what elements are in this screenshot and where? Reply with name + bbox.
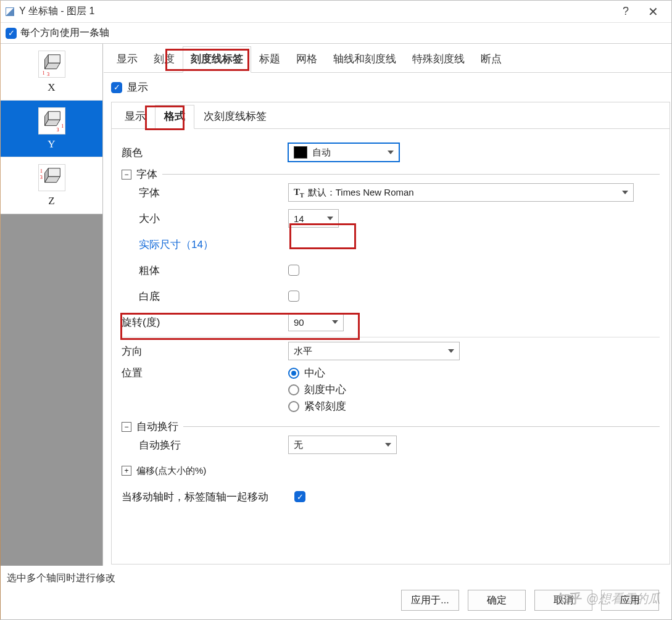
- use-one-axis-label: 每个方向使用一条轴: [20, 27, 109, 39]
- tab-grid[interactable]: 网格: [288, 46, 325, 73]
- use-one-axis-checkbox[interactable]: [6, 28, 17, 39]
- close-button[interactable]: ✕: [639, 2, 666, 21]
- app-icon: [6, 7, 14, 16]
- radio-icon: [288, 368, 299, 379]
- direction-label: 方向: [122, 344, 288, 358]
- color-swatch: [294, 146, 307, 159]
- color-select[interactable]: 自动: [288, 143, 399, 162]
- svg-marker-2: [48, 54, 60, 62]
- tab-scale[interactable]: 刻度: [146, 46, 183, 73]
- decorative-strip: [0, 1, 1, 619]
- ok-button[interactable]: 确定: [468, 590, 526, 611]
- chevron-down-icon: [385, 443, 391, 447]
- size-combo[interactable]: 14: [288, 209, 339, 228]
- use-one-axis-row: 每个方向使用一条轴: [1, 23, 671, 43]
- help-button[interactable]: ?: [612, 2, 639, 21]
- tab-show[interactable]: 显示: [109, 46, 146, 73]
- svg-text:3: 3: [56, 127, 59, 133]
- axis-thumb-y: 31: [38, 107, 65, 134]
- svg-text:1: 1: [61, 123, 64, 129]
- collapse-wrap-group[interactable]: −: [122, 422, 131, 432]
- rotate-label: 旋转(度): [122, 315, 288, 329]
- inner-tabs: 显示 格式 次刻度线标签: [112, 102, 670, 129]
- chevron-down-icon: [448, 349, 454, 353]
- inner-panel: 显示 格式 次刻度线标签 颜色 自动: [111, 102, 670, 564]
- axis-item-z[interactable]: 13 Z: [1, 157, 102, 214]
- wrap-group-label: 自动换行: [136, 420, 178, 434]
- divider: [162, 174, 660, 175]
- chevron-down-icon: [332, 320, 338, 324]
- cancel-button[interactable]: 取消: [534, 590, 592, 611]
- whitebg-checkbox[interactable]: [288, 291, 299, 302]
- rotate-value: 90: [294, 317, 304, 328]
- svg-text:3: 3: [47, 72, 49, 77]
- movewith-checkbox[interactable]: [294, 491, 305, 502]
- titlebar: Y 坐标轴 - 图层 1 ? ✕: [1, 1, 671, 23]
- svg-marker-7: [48, 111, 60, 119]
- wrap-label: 自动换行: [122, 438, 288, 452]
- position-opt-center[interactable]: 中心: [288, 366, 346, 380]
- tab-axis-ticks[interactable]: 轴线和刻度线: [325, 46, 404, 73]
- axis-item-y[interactable]: 31 Y: [1, 101, 102, 157]
- tab-title[interactable]: 标题: [251, 46, 288, 73]
- expand-offset-group[interactable]: +: [122, 466, 131, 476]
- font-select[interactable]: TT 默认：Times New Roman: [288, 183, 634, 202]
- svg-marker-12: [48, 168, 60, 176]
- inner-tab-show[interactable]: 显示: [115, 105, 155, 129]
- wrap-select[interactable]: 无: [288, 436, 397, 454]
- axis-item-x[interactable]: 13 X: [1, 44, 102, 101]
- chevron-down-icon: [327, 217, 333, 220]
- axis-thumb-x: 13: [38, 51, 65, 78]
- inner-tab-format[interactable]: 格式: [155, 105, 194, 129]
- apply-to-button[interactable]: 应用于...: [401, 590, 459, 611]
- rotate-combo[interactable]: 90: [288, 313, 344, 331]
- divider: [183, 426, 660, 427]
- format-form: 颜色 自动 − 字体: [112, 129, 670, 559]
- font-label: 字体: [122, 186, 288, 200]
- tab-breaks[interactable]: 断点: [473, 46, 510, 73]
- bold-checkbox[interactable]: [288, 265, 299, 276]
- color-label: 颜色: [122, 146, 288, 160]
- inner-tab-minor[interactable]: 次刻度线标签: [194, 105, 276, 129]
- position-label: 位置: [122, 366, 288, 380]
- movewith-label: 当移动轴时，标签随轴一起移动: [122, 490, 294, 504]
- tab-special-ticks[interactable]: 特殊刻度线: [404, 46, 473, 73]
- axis-label: Z: [48, 195, 54, 207]
- window-title: Y 坐标轴 - 图层 1: [19, 5, 612, 18]
- right-panel: 显示 刻度 刻度线标签 标题 网格 轴线和刻度线 特殊刻度线 断点 显示 显示: [103, 44, 671, 566]
- svg-text:1: 1: [39, 168, 42, 174]
- wrap-value: 无: [294, 439, 303, 451]
- outer-tabs: 显示 刻度 刻度线标签 标题 网格 轴线和刻度线 特殊刻度线 断点: [104, 44, 671, 73]
- apply-button[interactable]: 应用: [601, 590, 659, 611]
- axis-label: X: [48, 81, 55, 94]
- whitebg-label: 白底: [122, 289, 288, 304]
- axis-sidebar: 13 X 31 Y 13 Z: [1, 44, 103, 566]
- color-value: 自动: [312, 147, 331, 159]
- direction-select[interactable]: 水平: [288, 342, 460, 360]
- dialog-window: Y 坐标轴 - 图层 1 ? ✕ 每个方向使用一条轴 13 X 31: [0, 0, 672, 620]
- size-label: 大小: [122, 212, 288, 226]
- chevron-down-icon: [388, 151, 394, 154]
- bold-label: 粗体: [122, 263, 288, 278]
- axis-label: Y: [48, 138, 55, 151]
- offset-label: 偏移(点大小的%): [136, 465, 206, 477]
- size-value: 14: [294, 213, 304, 224]
- show-label: 显示: [127, 80, 148, 94]
- position-opt-near-tick[interactable]: 紧邻刻度: [288, 399, 346, 413]
- radio-icon: [288, 401, 299, 412]
- font-t-icon: TT: [294, 187, 304, 199]
- tab-tick-labels[interactable]: 刻度线标签: [183, 46, 251, 73]
- axis-thumb-z: 13: [38, 164, 65, 191]
- svg-text:3: 3: [39, 174, 42, 180]
- position-opt-tick-center[interactable]: 刻度中心: [288, 382, 346, 397]
- show-checkbox[interactable]: [111, 82, 122, 93]
- collapse-font-group[interactable]: −: [122, 170, 131, 180]
- svg-text:1: 1: [42, 70, 44, 76]
- footer-buttons: 应用于... 确定 取消 应用: [1, 587, 671, 619]
- actual-size-link[interactable]: 实际尺寸（14）: [122, 238, 214, 252]
- show-row: 显示: [104, 73, 671, 102]
- font-group-label: 字体: [136, 167, 157, 181]
- radio-icon: [288, 384, 299, 395]
- chevron-down-icon: [622, 191, 628, 194]
- footer-hint: 选中多个轴同时进行修改: [1, 566, 671, 587]
